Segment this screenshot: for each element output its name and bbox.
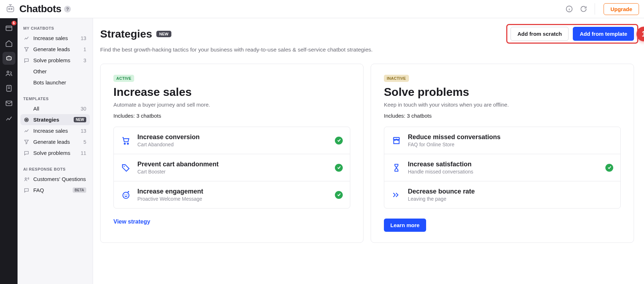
nav-mail[interactable] [3, 97, 15, 110]
svg-point-2 [11, 8, 12, 9]
svg-point-6 [8, 58, 8, 59]
main-subtitle: Find the best growth-hacking tactics for… [100, 46, 634, 53]
card-solve-problems: INACTIVE Solve problems Keep in touch wi… [371, 64, 634, 243]
refresh-icon[interactable] [580, 5, 587, 13]
card-includes: Includes: 3 chatbots [113, 113, 350, 119]
help-icon[interactable]: ? [64, 6, 71, 13]
nav-rail: 6 [0, 18, 18, 284]
sidebar-item-t-generate-leads[interactable]: Generate leads 5 [20, 136, 90, 147]
svg-point-20 [127, 194, 127, 195]
feature-subtitle: Handle missed conversations [408, 169, 599, 175]
svg-point-15 [124, 143, 125, 144]
nav-home[interactable] [3, 37, 15, 50]
feature-title: Decrease bounce rate [408, 188, 613, 195]
header-divider [595, 3, 595, 15]
check-icon [335, 164, 343, 172]
card-subtitle: Keep in touch with your visitors when yo… [384, 102, 621, 108]
add-from-scratch-button[interactable]: Add from scratch [511, 27, 569, 41]
feature-item[interactable]: Increase engagement Proactive Welcome Me… [114, 181, 350, 208]
sidebar-item-solve-problems[interactable]: Solve problems 3 [20, 55, 90, 66]
beta-badge: BETA [73, 187, 86, 193]
sidebar-item-label: Customers' Questions [33, 176, 86, 182]
sidebar-item-label: Generate leads [33, 139, 80, 145]
main-title-badge: NEW [156, 31, 171, 37]
sidebar-item-count: 13 [80, 128, 86, 134]
chat-icon [23, 150, 30, 156]
cards: ACTIVE Increase sales Automate a buyer j… [100, 64, 634, 243]
check-icon [335, 137, 343, 145]
svg-point-14 [25, 178, 26, 179]
info-icon[interactable] [565, 5, 573, 13]
nav-contacts[interactable] [3, 67, 15, 80]
sidebar-heading-templates: TEMPLATES [20, 94, 90, 103]
status-pill: ACTIVE [113, 75, 134, 82]
upgrade-button[interactable]: Upgrade [604, 3, 639, 15]
sidebar-item-count: 5 [83, 139, 86, 145]
check-icon [335, 191, 343, 199]
step-badge: 1 [636, 26, 644, 41]
svg-point-18 [123, 192, 129, 198]
sidebar-item-t-increase-sales[interactable]: Increase sales 13 [20, 125, 90, 136]
sidebar-heading-my-chatbots: MY CHATBOTS [20, 24, 90, 33]
feature-item[interactable]: Increase conversion Cart Abandoned [114, 127, 350, 154]
target-icon [23, 117, 30, 123]
status-pill: INACTIVE [384, 75, 409, 82]
sidebar-item-other[interactable]: Other [20, 66, 90, 77]
feature-title: Prevent cart abandonment [137, 161, 328, 168]
sidebar-item-bots-launcher[interactable]: Bots launcher [20, 77, 90, 88]
sidebar-item-increase-sales[interactable]: Increase sales 13 [20, 33, 90, 44]
feature-item[interactable]: Reduce missed conversations FAQ for Onli… [384, 127, 620, 154]
card-title: Increase sales [113, 85, 350, 99]
svg-rect-5 [6, 57, 11, 60]
add-from-template-button[interactable]: Add from template [573, 27, 634, 41]
feature-item[interactable]: Prevent cart abandonment Cart Booster [114, 154, 350, 181]
sidebar-item-all[interactable]: All 30 [20, 103, 90, 114]
svg-point-7 [9, 58, 10, 59]
sidebar-item-count: 30 [80, 106, 86, 112]
header: Chatbots ? Upgrade [0, 0, 644, 18]
nav-files[interactable] [3, 82, 15, 95]
card-increase-sales: ACTIVE Increase sales Automate a buyer j… [100, 64, 364, 243]
sidebar-item-label: Increase sales [33, 128, 77, 134]
learn-more-button[interactable]: Learn more [384, 219, 426, 232]
tag-icon [121, 163, 131, 173]
sidebar-item-t-solve-problems[interactable]: Solve problems 11 [20, 147, 90, 158]
feature-title: Increase conversion [137, 133, 328, 141]
feature-item[interactable]: Decrease bounce rate Leaving the page [384, 181, 620, 208]
nav-inbox[interactable]: 6 [3, 22, 15, 35]
card-title: Solve problems [384, 85, 621, 99]
arrow-chevron-icon [391, 190, 401, 200]
feature-item[interactable]: Increase satisfaction Handle missed conv… [384, 154, 620, 181]
sidebar-item-count: 3 [83, 58, 86, 63]
card-footer: View strategy [113, 219, 350, 225]
main-head: Strategies NEW Add from scratch Add from… [100, 27, 634, 41]
sidebar-item-customers-questions[interactable]: Customers' Questions [20, 173, 90, 185]
hourglass-icon [391, 163, 401, 173]
sidebar-item-count: 13 [80, 35, 86, 41]
sidebar-item-count: 1 [83, 46, 86, 52]
card-includes: Includes: 3 chatbots [384, 113, 621, 119]
sidebar-item-strategies[interactable]: Strategies NEW [20, 114, 90, 125]
filter-icon [23, 139, 30, 145]
main-actions: Add from scratch Add from template 1 [511, 27, 634, 41]
header-left: Chatbots ? [4, 2, 71, 16]
header-right: Upgrade [565, 3, 639, 15]
trend-icon [23, 35, 30, 41]
sidebar: MY CHATBOTS Increase sales 13 Generate l… [18, 18, 93, 284]
new-badge: NEW [74, 117, 86, 122]
sidebar-item-label: Increase sales [33, 35, 77, 41]
sidebar-item-faq[interactable]: FAQ BETA [20, 185, 90, 196]
view-strategy-link[interactable]: View strategy [113, 219, 150, 225]
sidebar-item-label: All [33, 106, 77, 112]
cart-icon [121, 136, 131, 146]
sidebar-item-generate-leads[interactable]: Generate leads 1 [20, 44, 90, 55]
sidebar-item-count: 11 [80, 150, 86, 156]
card-footer: Learn more [384, 219, 621, 232]
user-voice-icon [23, 176, 30, 182]
feature-list: Increase conversion Cart Abandoned Preve… [113, 127, 350, 209]
svg-point-8 [7, 71, 9, 73]
nav-analytics[interactable] [3, 112, 15, 125]
feature-subtitle: Leaving the page [408, 196, 613, 202]
svg-point-1 [9, 8, 10, 9]
nav-chatbots[interactable] [3, 52, 15, 65]
